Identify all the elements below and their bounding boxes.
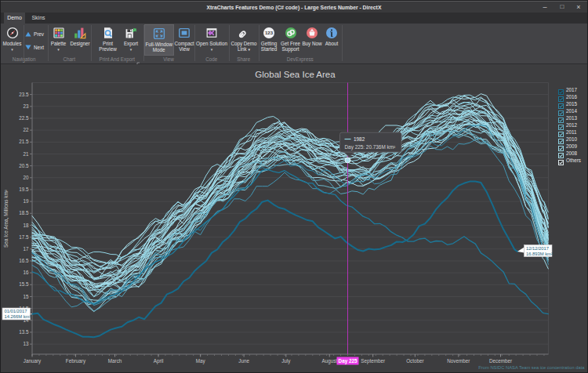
y-axis-label: 16 [23, 270, 29, 275]
maximize-button[interactable]: □ [554, 2, 570, 13]
export-button[interactable]: Export▾ [119, 24, 143, 56]
legend-checkbox[interactable] [558, 87, 564, 92]
compass-icon [2, 27, 23, 39]
print-preview-icon [96, 27, 119, 39]
full-window-mode-button[interactable]: Full-WindowMode [144, 24, 174, 56]
prev-label: Prev [34, 31, 44, 37]
next-triangle-icon [25, 45, 34, 50]
get-free-support-button[interactable]: Get FreeSupport [279, 24, 302, 56]
x-axis-month-label: July [281, 358, 291, 364]
tab-skins[interactable]: Skins [29, 13, 48, 24]
crosshair-axis-label: Day 225 [339, 358, 358, 364]
y-axis-label: 19.5 [19, 186, 29, 192]
legend-item-2016[interactable]: 2016 [554, 93, 588, 100]
x-axis-month-label: April [154, 358, 164, 364]
series-line-1985[interactable] [32, 102, 548, 258]
getting-started-icon: 123 [259, 27, 279, 39]
palette-label: Palette [48, 41, 69, 46]
open-solution-button[interactable]: Open Solution▾ [194, 24, 229, 56]
legend-item-others[interactable]: Others [554, 157, 588, 164]
designer-button[interactable]: Designer [70, 24, 91, 56]
ribbon-group-caption: Navigation [1, 56, 48, 63]
open-solution-label: Open Solution [194, 41, 229, 46]
modules-button[interactable]: Modules▾ [2, 24, 23, 56]
series-line-2000[interactable] [32, 114, 548, 280]
legend-checkbox[interactable] [558, 136, 564, 142]
legend-checkbox[interactable] [558, 101, 564, 107]
ribbon-group-separator [259, 25, 260, 61]
legend-item-2012[interactable]: 2012 [554, 121, 588, 129]
x-axis-month-label: August [321, 358, 337, 364]
legend-checkbox[interactable] [558, 158, 564, 163]
legend-label: Others [566, 157, 581, 164]
x-axis-month-label: February [66, 358, 86, 364]
legend-label: 2017 [566, 86, 577, 93]
close-button[interactable]: × [571, 2, 586, 13]
legend-item-2008[interactable]: 2008 [554, 150, 588, 157]
ribbon-group-caption: Print And Export [91, 56, 143, 63]
buy-now-button[interactable]: Buy Now [302, 24, 322, 56]
next-button[interactable]: Next [25, 43, 47, 53]
x-axis-month-label: March [108, 358, 122, 364]
chart-area[interactable]: 1313.51414.51515.51616.51717.51818.51919… [1, 64, 588, 373]
y-axis-label: 13.5 [19, 329, 29, 335]
getting-started-button[interactable]: 123 GettingStarted [259, 24, 279, 56]
copy-demo-link-button[interactable]: Copy DemoLink ▾ [230, 24, 258, 56]
designer-label: Designer [70, 41, 91, 46]
copy-link-icon [230, 27, 258, 39]
annotation-value: 14.266M km² [5, 314, 31, 319]
legend-item-2009[interactable]: 2009 [554, 143, 588, 150]
prev-triangle-icon [25, 31, 34, 37]
legend-item-2017[interactable]: 2017 [554, 86, 588, 93]
y-axis-label: 22.5 [19, 115, 29, 121]
full-window-mode-label: Full-WindowMode [145, 42, 173, 53]
series-line-2005[interactable] [32, 121, 548, 292]
legend-checkbox[interactable] [558, 143, 564, 149]
next-label: Next [34, 45, 44, 50]
legend-checkbox[interactable] [558, 108, 564, 114]
series-line-2017[interactable] [32, 182, 517, 338]
legend-item-2013[interactable]: 2013 [554, 114, 588, 121]
series-line-2006[interactable] [32, 128, 548, 294]
x-axis-month-label: November [447, 358, 470, 364]
chart-legend: 2017 2016 2015 2014 2013 2012 2011 [554, 86, 588, 165]
prev-button[interactable]: Prev [25, 30, 47, 39]
buy-now-icon [302, 27, 322, 39]
annotation-value: 16.893M km² [526, 252, 553, 256]
legend-checkbox[interactable] [558, 122, 564, 128]
ribbon-group-separator [91, 25, 92, 61]
palette-button[interactable]: Palette▾ [48, 24, 69, 56]
y-axis-label: 21 [23, 151, 29, 157]
ribbon-group-caption: Chart [48, 56, 92, 63]
about-button[interactable]: About [322, 24, 341, 56]
legend-checkbox[interactable] [558, 129, 564, 135]
y-axis-title: Sea Ice Area, Millions km² [3, 190, 9, 248]
ribbon-group-caption: DevExpress [259, 56, 343, 63]
ribbon-group-separator [48, 25, 49, 61]
y-axis-label: 13 [23, 341, 29, 346]
print-preview-button[interactable]: PrintPreview [96, 24, 119, 56]
x-axis-month-label: May [196, 358, 206, 364]
y-axis-label: 17.5 [19, 234, 29, 240]
legend-checkbox[interactable] [558, 115, 564, 121]
x-axis-month-label: September [361, 358, 385, 364]
legend-item-2011[interactable]: 2011 [554, 129, 588, 136]
legend-checkbox[interactable] [558, 150, 564, 156]
dialog-launcher-icon[interactable] [136, 56, 142, 62]
tooltip-value-text: Day 225: 20.736M km² [345, 144, 396, 150]
legend-checkbox[interactable] [558, 94, 564, 100]
ribbon-group-separator [194, 25, 195, 61]
legend-item-2015[interactable]: 2015 [554, 100, 588, 107]
tab-demo[interactable]: Demo [4, 13, 25, 24]
app-window: XtraCharts Features Demo (C# code) - Lar… [0, 0, 588, 373]
annotation-date: 12/12/2017 [526, 246, 549, 251]
minimize-button[interactable]: – [537, 2, 553, 13]
compact-view-button[interactable]: CompactView [174, 24, 195, 56]
legend-item-2014[interactable]: 2014 [554, 107, 588, 114]
ribbon-group-caption: Share [229, 56, 259, 63]
legend-item-2010[interactable]: 2010 [554, 136, 588, 143]
crosshair-marker [345, 158, 350, 163]
title-bar: XtraCharts Features Demo (C# code) - Lar… [1, 1, 587, 13]
series-line-2004[interactable] [32, 127, 548, 305]
legend-label: 2011 [566, 129, 577, 136]
